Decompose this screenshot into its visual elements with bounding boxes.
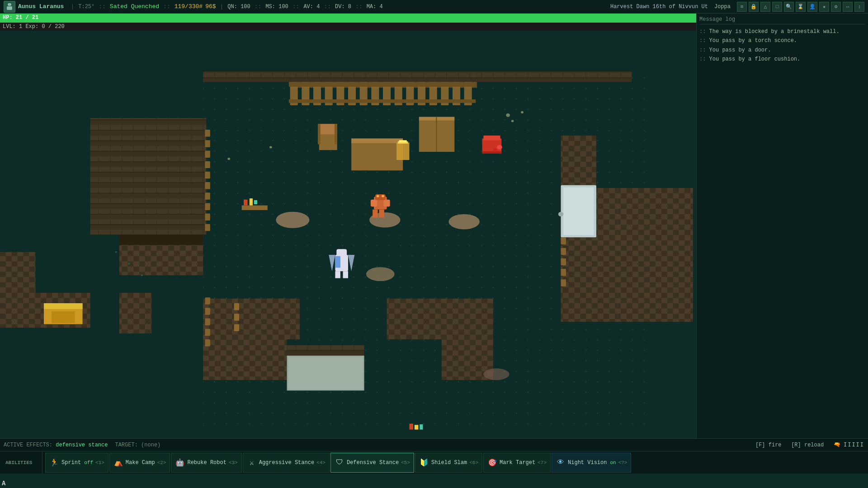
qn-stat: QN: 100: [227, 4, 250, 10]
av-stat: AV: 4: [303, 4, 320, 10]
ammo-bars: IIIII: [844, 442, 864, 448]
ammo-icon: 🔫: [834, 442, 840, 448]
defensive-stance-icon: 🛡: [335, 458, 344, 468]
star-icon[interactable]: ★: [819, 2, 829, 12]
screen-icon[interactable]: □: [772, 2, 782, 12]
svg-rect-51: [205, 130, 210, 136]
svg-rect-125: [234, 324, 239, 331]
sprint-key: <1>: [95, 460, 104, 465]
svg-rect-16: [203, 71, 290, 82]
sprint-icon: 🏃: [49, 458, 59, 468]
arrow-h-icon[interactable]: ↔: [843, 2, 853, 12]
message-log-title: Message log: [699, 16, 865, 24]
lock-icon[interactable]: 🔒: [749, 2, 759, 12]
svg-rect-80: [250, 198, 253, 205]
svg-rect-17: [477, 71, 574, 82]
ability-mark-target-label: Mark Target: [500, 460, 535, 466]
svg-point-130: [227, 158, 230, 160]
svg-rect-124: [234, 314, 239, 320]
svg-rect-1: [7, 6, 12, 10]
svg-rect-109: [561, 269, 566, 276]
ability-rebuke-robot[interactable]: 🤖 Rebuke Robot <3>: [171, 453, 241, 473]
svg-rect-127: [415, 425, 419, 429]
main-layout: HP: 21 / 21 LVL: 1 Exp: 0 / 220: [0, 14, 868, 438]
abilities-bar: ABILITIES 🏃 Sprint off <1> ⛺ Make Camp <…: [0, 451, 868, 474]
hp-bar-container: HP: 21 / 21: [0, 14, 696, 23]
ability-night-vision[interactable]: 👁 Night Vision on <?>: [552, 453, 631, 473]
game-map[interactable]: [0, 31, 696, 438]
search-icon[interactable]: 🔍: [784, 2, 794, 12]
svg-rect-128: [420, 424, 423, 430]
svg-rect-122: [205, 339, 210, 346]
svg-point-92: [382, 195, 384, 197]
rebuke-robot-key: <3>: [229, 460, 238, 465]
menu-icon[interactable]: ≡: [737, 2, 747, 12]
svg-rect-106: [561, 237, 566, 244]
rebuke-robot-icon: 🤖: [175, 458, 185, 468]
svg-rect-97: [343, 271, 348, 278]
game-viewport[interactable]: HP: 21 / 21 LVL: 1 Exp: 0 / 220: [0, 14, 696, 438]
ability-mark-target[interactable]: 🎯 Mark Target <7>: [483, 453, 551, 473]
ability-night-vision-label: Night Vision: [568, 460, 607, 466]
lvl-bar: LVL: 1 Exp: 0 / 220: [0, 23, 696, 31]
ability-shield-slam-label: Shield Slam: [431, 460, 467, 466]
svg-rect-58: [205, 203, 210, 210]
toolbar-icons: ≡ 🔒 △ □ 🔍 ⌛ 👤 ★ ⚙ ↔ ↕: [737, 2, 864, 12]
svg-point-135: [128, 263, 130, 264]
svg-point-100: [366, 267, 395, 281]
svg-rect-78: [242, 206, 268, 210]
message-line: :: You pass by a torch sconce.: [699, 36, 865, 45]
svg-rect-64: [335, 124, 337, 144]
gold-display: 96$: [205, 3, 216, 10]
aggressive-stance-key: <4>: [316, 460, 326, 465]
make-camp-key: <2>: [157, 460, 166, 465]
svg-rect-94: [336, 249, 347, 257]
svg-point-133: [521, 111, 524, 113]
svg-rect-113: [288, 357, 363, 389]
night-vision-icon: 👁: [556, 458, 566, 468]
message-lines: :: The way is blocked by a brinestalk wa…: [699, 27, 865, 64]
dv-stat: DV: 8: [335, 4, 351, 10]
arrow-v-icon[interactable]: ↕: [854, 2, 864, 12]
map-icon[interactable]: △: [760, 2, 770, 12]
svg-rect-79: [244, 200, 248, 206]
svg-point-84: [448, 214, 479, 230]
ability-make-camp[interactable]: ⛺ Make Camp <2>: [109, 453, 170, 473]
svg-rect-110: [561, 279, 566, 286]
svg-rect-74: [483, 136, 500, 140]
svg-rect-25: [561, 293, 693, 322]
ability-aggressive-stance[interactable]: ⚔ Aggressive Stance <4>: [243, 453, 330, 473]
char-icon[interactable]: 👤: [807, 2, 817, 12]
svg-point-132: [506, 113, 510, 117]
svg-point-91: [377, 195, 379, 197]
aggressive-stance-icon: ⚔: [247, 458, 257, 468]
svg-rect-116: [45, 309, 81, 311]
ability-defensive-stance[interactable]: 🛡 Defensive Stance <5>: [330, 453, 414, 473]
svg-rect-56: [205, 182, 210, 189]
player-location: Joppa: [714, 4, 731, 10]
svg-rect-104: [561, 136, 596, 185]
svg-rect-118: [205, 297, 210, 304]
svg-rect-96: [335, 271, 340, 278]
svg-rect-95: [335, 256, 340, 268]
svg-rect-107: [561, 248, 566, 255]
char-label: A: [2, 480, 5, 487]
svg-rect-111: [287, 345, 364, 356]
svg-point-134: [511, 120, 514, 122]
svg-rect-119: [205, 308, 210, 314]
ability-sprint[interactable]: 🏃 Sprint off <1>: [45, 453, 108, 473]
svg-rect-50: [289, 99, 476, 103]
svg-rect-18: [574, 71, 632, 82]
ability-shield-slam[interactable]: 🔰 Shield Slam <6>: [415, 453, 482, 473]
ability-rebuke-robot-label: Rebuke Robot: [187, 460, 226, 466]
time-icon[interactable]: ⌛: [796, 2, 806, 12]
message-line: :: You pass by a floor cushion.: [699, 55, 865, 64]
stat-bars: HP: 21 / 21 LVL: 1 Exp: 0 / 220: [0, 14, 696, 31]
svg-rect-32: [119, 235, 203, 245]
ability-sprint-label: Sprint: [61, 460, 81, 466]
svg-rect-115: [44, 303, 83, 309]
gear-icon[interactable]: ⚙: [831, 2, 841, 12]
ms-stat: MS: 100: [265, 4, 288, 10]
svg-rect-126: [409, 424, 413, 430]
svg-rect-24: [628, 188, 693, 305]
